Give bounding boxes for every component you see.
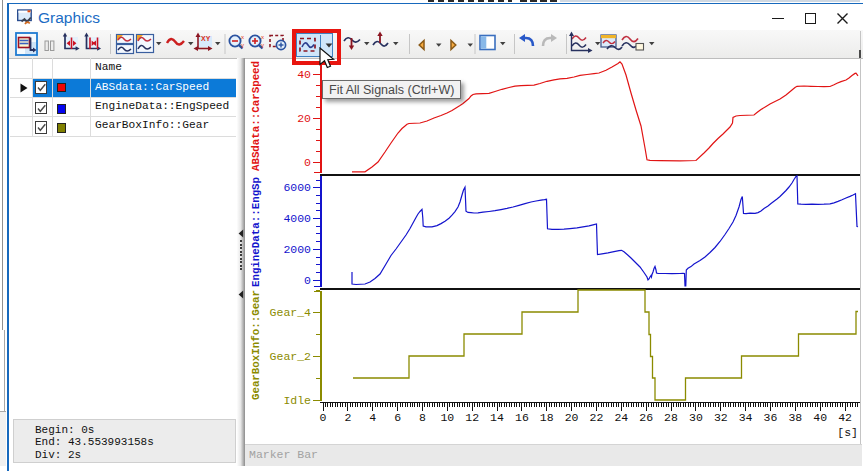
svg-text:0: 0 (320, 411, 327, 424)
svg-text:22: 22 (590, 411, 604, 424)
svg-text:40: 40 (813, 411, 827, 424)
svg-text:ABSdata::CarSpeed: ABSdata::CarSpeed (250, 61, 262, 171)
svg-text:x: x (261, 34, 264, 40)
svg-text:28: 28 (664, 411, 678, 424)
svg-text:Idle: Idle (283, 394, 311, 407)
svg-text:32: 32 (714, 411, 728, 424)
svg-text:16: 16 (515, 411, 529, 424)
svg-text:12: 12 (465, 411, 479, 424)
svg-text:40: 40 (297, 68, 311, 81)
svg-text:14: 14 (490, 411, 504, 424)
svg-text:[s]: [s] (837, 426, 858, 439)
svg-text:0: 0 (304, 274, 311, 287)
svg-text:2000: 2000 (283, 243, 311, 256)
svg-text:30: 30 (689, 411, 703, 424)
svg-text:20: 20 (565, 411, 579, 424)
svg-text:Gear_2: Gear_2 (270, 350, 312, 363)
svg-text:y: y (241, 42, 244, 48)
svg-text:4: 4 (369, 411, 376, 424)
svg-text:34: 34 (739, 411, 753, 424)
svg-text:4000: 4000 (283, 212, 311, 225)
svg-text:10: 10 (440, 411, 454, 424)
svg-text:26: 26 (639, 411, 653, 424)
svg-text:0: 0 (304, 156, 311, 169)
svg-text:2: 2 (344, 411, 351, 424)
svg-text:38: 38 (788, 411, 802, 424)
svg-text:EngineData::EngSp: EngineData::EngSp (250, 177, 262, 287)
svg-text:x: x (241, 34, 244, 40)
svg-text:6: 6 (394, 411, 401, 424)
svg-text:Gear_4: Gear_4 (270, 306, 312, 319)
svg-text:36: 36 (764, 411, 778, 424)
svg-text:20: 20 (297, 112, 311, 125)
svg-text:8: 8 (419, 411, 426, 424)
svg-text:18: 18 (540, 411, 554, 424)
svg-text:24: 24 (614, 411, 628, 424)
svg-text:XY: XY (201, 35, 211, 42)
svg-text:y: y (261, 42, 264, 48)
svg-text:42: 42 (838, 411, 852, 424)
svg-text:GearBoxInfo::Gear: GearBoxInfo::Gear (250, 290, 262, 400)
svg-text:6000: 6000 (283, 181, 311, 194)
